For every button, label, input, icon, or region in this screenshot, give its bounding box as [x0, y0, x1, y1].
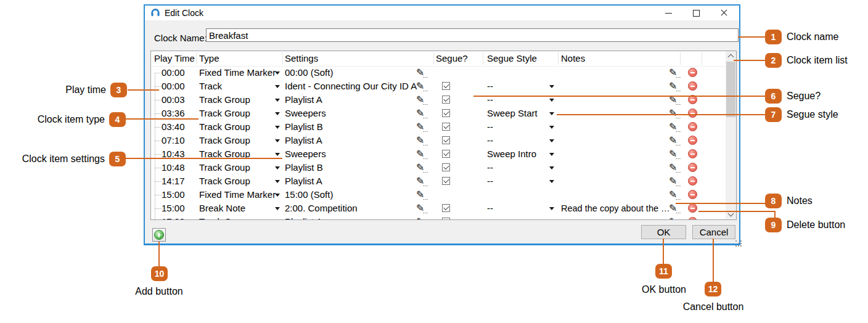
delete-button[interactable]: [688, 136, 697, 145]
settings-edit-button[interactable]: ✎…: [416, 202, 429, 216]
segue-style-dropdown-icon[interactable]: [549, 153, 554, 156]
settings-edit-button[interactable]: ✎…: [416, 93, 429, 108]
notes-edit-button[interactable]: ✎…: [669, 134, 682, 149]
tree-stub-line: [155, 141, 162, 141]
add-clock-item-button[interactable]: [152, 228, 166, 242]
segue-style-dropdown-icon[interactable]: [549, 139, 554, 142]
type-dropdown-icon[interactable]: [275, 153, 280, 156]
settings-value: Sweepers: [285, 107, 326, 120]
segue-style-dropdown-icon[interactable]: [549, 180, 554, 183]
delete-button[interactable]: [688, 176, 697, 186]
cancel-button[interactable]: Cancel: [692, 225, 735, 239]
segue-checkbox[interactable]: [442, 136, 450, 144]
settings-value: Sweepers: [285, 147, 326, 161]
type-dropdown-icon[interactable]: [275, 99, 280, 102]
settings-edit-button[interactable]: ✎…: [416, 215, 429, 219]
segue-style-dropdown-icon[interactable]: [549, 99, 554, 102]
segue-checkbox[interactable]: [442, 123, 450, 131]
clock-name-label: Clock Name:: [154, 33, 207, 43]
settings-edit-button[interactable]: ✎…: [416, 161, 429, 176]
settings-edit-button[interactable]: ✎…: [416, 174, 429, 189]
delete-button[interactable]: [688, 149, 697, 158]
maximize-button[interactable]: [682, 6, 710, 20]
type-dropdown-icon[interactable]: [275, 194, 280, 197]
type-dropdown-icon[interactable]: [275, 126, 280, 129]
notes-edit-button[interactable]: ✎…: [669, 161, 682, 176]
type-dropdown-icon[interactable]: [275, 112, 280, 115]
callout-badge-4: 4: [109, 112, 126, 127]
callout-badge-7: 7: [765, 107, 782, 122]
settings-edit-button[interactable]: ✎…: [416, 188, 429, 203]
callout-badge-5: 5: [109, 152, 126, 166]
delete-button[interactable]: [688, 122, 697, 131]
callout-line-1: [738, 36, 766, 38]
callout-line-7: [557, 114, 766, 115]
segue-style-dropdown-icon[interactable]: [549, 85, 554, 88]
segue-style-dropdown-icon[interactable]: [549, 112, 554, 115]
header-segue: Segue?: [436, 53, 468, 63]
settings-edit-button[interactable]: ✎…: [416, 107, 429, 121]
segue-checkbox[interactable]: [442, 204, 450, 212]
segue-checkbox[interactable]: [442, 177, 450, 185]
segue-style-value: --: [487, 134, 493, 147]
delete-button[interactable]: [688, 190, 697, 199]
segue-checkbox[interactable]: [442, 163, 450, 171]
close-button[interactable]: [710, 6, 738, 20]
segue-checkbox[interactable]: [442, 150, 450, 158]
settings-edit-button[interactable]: ✎…: [416, 66, 429, 81]
delete-button[interactable]: [688, 203, 697, 213]
segue-style-dropdown-icon[interactable]: [549, 207, 554, 210]
play-time-value: 00:00: [162, 66, 185, 80]
delete-button[interactable]: [688, 108, 697, 118]
clock-item-row: 07:10Track GroupPlaylist A✎…--✎…: [151, 134, 726, 147]
tree-stub-line: [155, 181, 162, 182]
notes-edit-button[interactable]: ✎…: [669, 120, 682, 135]
type-dropdown-icon[interactable]: [275, 72, 280, 75]
segue-style-dropdown-icon[interactable]: [549, 126, 554, 129]
callout-line-6: [473, 96, 766, 97]
type-dropdown-icon[interactable]: [275, 207, 280, 210]
segue-checkbox[interactable]: [442, 109, 450, 117]
clock-item-row: 17:00Track GroupPlaylist A✎…--✎…: [151, 215, 726, 219]
settings-edit-button[interactable]: ✎…: [416, 147, 429, 162]
settings-edit-button[interactable]: ✎…: [416, 134, 429, 149]
callout-label-3: Play time: [0, 84, 106, 96]
segue-checkbox[interactable]: [442, 96, 450, 104]
segue-checkbox[interactable]: [442, 218, 450, 219]
settings-edit-button[interactable]: ✎…: [416, 120, 429, 135]
notes-edit-button[interactable]: ✎…: [669, 147, 682, 162]
minimize-icon: [665, 13, 672, 14]
callout-line-10: [158, 242, 160, 266]
segue-style-dropdown-icon[interactable]: [549, 166, 554, 170]
notes-edit-button[interactable]: ✎…: [669, 188, 682, 203]
callout-label-6: Segue?: [787, 91, 821, 102]
clock-item-row: 03:40Track GroupPlaylist B✎…--✎…: [151, 120, 726, 134]
delete-button[interactable]: [688, 81, 697, 91]
scroll-thumb[interactable]: [726, 62, 735, 117]
callout-badge-10: 10: [151, 266, 168, 281]
clock-item-list: 00:00Fixed Time Marker00:00 (Soft)✎…✎…00…: [151, 66, 726, 219]
segue-style-value: Sweep Intro: [487, 147, 536, 161]
type-dropdown-icon[interactable]: [275, 166, 280, 170]
notes-edit-button[interactable]: ✎…: [669, 80, 682, 94]
notes-edit-button[interactable]: ✎…: [669, 215, 682, 219]
resize-grip-icon[interactable]: [735, 240, 737, 242]
type-dropdown-icon[interactable]: [275, 85, 280, 88]
segue-checkbox[interactable]: [442, 82, 450, 90]
maximize-icon: [693, 10, 700, 17]
type-dropdown-icon[interactable]: [275, 139, 280, 142]
scrollbar[interactable]: [726, 51, 736, 219]
notes-edit-button[interactable]: ✎…: [669, 66, 682, 81]
ok-button[interactable]: OK: [641, 225, 686, 239]
notes-edit-button[interactable]: ✎…: [669, 174, 682, 189]
minimize-button[interactable]: [655, 6, 682, 20]
delete-button[interactable]: [688, 217, 697, 219]
settings-edit-button[interactable]: ✎…: [416, 80, 429, 94]
clock-name-input[interactable]: [206, 28, 739, 42]
delete-button[interactable]: [688, 68, 697, 77]
type-dropdown-icon[interactable]: [275, 180, 280, 183]
callout-label-8: Notes: [787, 195, 813, 206]
clock-item-row: 00:00TrackIdent - Connecting Our City ID…: [151, 80, 726, 93]
clock-item-type-value: Track: [199, 80, 222, 93]
delete-button[interactable]: [688, 163, 697, 172]
